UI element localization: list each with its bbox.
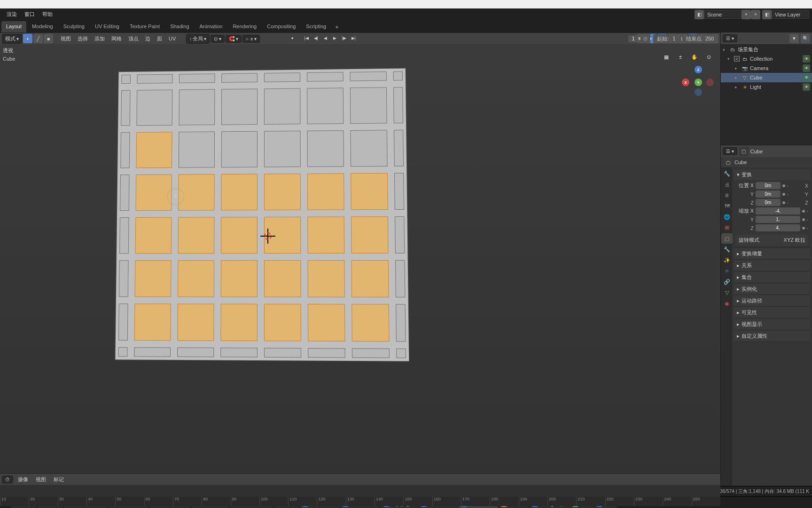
tl-menu-playback[interactable]: 摄像 bbox=[15, 475, 31, 484]
propedit-dropdown[interactable]: ○ ∧ ▾ bbox=[242, 35, 260, 43]
props-editor-type[interactable]: ☰ ▾ bbox=[723, 147, 737, 155]
jump-start-btn[interactable]: |◀ bbox=[302, 34, 311, 42]
axis-y-icon[interactable]: Y bbox=[695, 79, 702, 86]
menu-window[interactable]: 窗口 bbox=[21, 9, 39, 20]
tab-sculpting[interactable]: Sculpting bbox=[59, 21, 89, 32]
rotmode-dropdown[interactable]: 旋转模式XYZ 欧拉 bbox=[736, 235, 808, 246]
ptab-material[interactable]: ◉ bbox=[721, 298, 733, 309]
panel-relations[interactable]: ▸关系 bbox=[734, 260, 810, 271]
gizmo-zoom-icon[interactable]: ± bbox=[674, 51, 687, 63]
ptab-mesh[interactable]: ▽ bbox=[721, 287, 733, 298]
gizmo-persp-icon[interactable]: ⊙ bbox=[703, 51, 715, 63]
axis-x-icon[interactable]: X bbox=[682, 79, 689, 86]
outliner-search-icon[interactable]: 🔍 bbox=[801, 34, 810, 43]
panel-transform[interactable]: ▾变换 bbox=[734, 169, 810, 180]
ptab-output[interactable]: 🖨 bbox=[721, 179, 733, 190]
viewlayer-name-input[interactable] bbox=[772, 10, 809, 19]
tab-add[interactable]: + bbox=[332, 21, 342, 32]
tab-animation[interactable]: Animation bbox=[195, 21, 227, 32]
pivot-dropdown[interactable]: ⊙ ▾ bbox=[211, 35, 225, 43]
tab-texpaint[interactable]: Texture Paint bbox=[125, 21, 164, 32]
timeline[interactable]: 1020304050607080901001101201301401501601… bbox=[0, 485, 720, 506]
panel-instancing[interactable]: ▸实例化 bbox=[734, 284, 810, 294]
menu-add[interactable]: 添加 bbox=[92, 34, 108, 44]
menu-edge[interactable]: 边 bbox=[142, 34, 153, 44]
axis-z-icon[interactable]: Z bbox=[695, 66, 702, 73]
snap-dropdown[interactable]: 🧲 ▾ bbox=[226, 35, 242, 43]
gizmo-move-icon[interactable]: ✋ bbox=[688, 51, 701, 63]
ptab-object[interactable]: ▢ bbox=[721, 233, 733, 244]
ptab-viewlayer[interactable]: 🗎 bbox=[721, 190, 733, 200]
sel-edge-btn[interactable]: ╱ bbox=[33, 34, 43, 43]
tab-rendering[interactable]: Rendering bbox=[228, 21, 261, 32]
menu-mesh[interactable]: 网格 bbox=[109, 34, 125, 44]
ptab-modifier[interactable]: 🔧 bbox=[721, 244, 733, 254]
ptab-constraint[interactable]: 🔗 bbox=[721, 277, 733, 287]
menu-vertex[interactable]: 顶点 bbox=[125, 34, 141, 44]
tree-collection[interactable]: ▾✓🗀Collection👁 bbox=[721, 54, 812, 64]
tab-uv[interactable]: UV Editing bbox=[90, 21, 124, 32]
tl-menu-marker[interactable]: 标记 bbox=[51, 475, 67, 484]
clock-icon[interactable]: ⏲ bbox=[641, 34, 650, 43]
menu-uv[interactable]: UV bbox=[166, 34, 179, 43]
tree-scene-collection[interactable]: ▾🗀场景集合 bbox=[721, 45, 812, 54]
viewlayer-browse-icon[interactable]: ◧ bbox=[762, 10, 772, 19]
jump-end-btn[interactable]: ▶| bbox=[349, 34, 358, 42]
ptab-world[interactable]: 🌐 bbox=[721, 212, 733, 222]
scale-x-field[interactable]: -4. bbox=[756, 207, 800, 214]
ptab-render[interactable]: 🔧 bbox=[721, 168, 733, 179]
loc-z-field[interactable]: 0m bbox=[756, 199, 781, 206]
loc-y-field[interactable]: 0m bbox=[756, 190, 781, 198]
tree-light[interactable]: ▸☀Light👁 bbox=[721, 82, 812, 92]
end-frame-field[interactable]: 结束点 250 bbox=[682, 34, 718, 43]
menu-help[interactable]: 帮助 bbox=[39, 9, 56, 20]
tab-scripting[interactable]: Scripting bbox=[301, 21, 331, 32]
panel-motion[interactable]: ▸运动路径 bbox=[734, 295, 810, 306]
menu-render[interactable]: 渲染 bbox=[3, 9, 21, 20]
play-rev-btn[interactable]: ◀ bbox=[321, 34, 329, 42]
scene-del-btn[interactable]: × bbox=[751, 10, 760, 19]
props-pin-icon[interactable]: ▢ bbox=[739, 147, 749, 156]
ptab-collection[interactable]: 🗷 bbox=[721, 222, 733, 233]
current-frame-field[interactable]: 1 bbox=[628, 35, 639, 42]
scale-y-field[interactable]: 1. bbox=[756, 216, 800, 223]
prev-key-btn[interactable]: ◀| bbox=[312, 34, 320, 42]
props-obj-icon[interactable]: ▢ bbox=[723, 158, 733, 167]
ptab-physics[interactable]: ⚛ bbox=[721, 266, 733, 276]
tab-modeling[interactable]: Modeling bbox=[27, 21, 58, 32]
autokey-btn[interactable]: ● bbox=[288, 34, 297, 42]
orientation-dropdown[interactable]: ↕ 全局 ▾ bbox=[186, 34, 210, 44]
tab-layout[interactable]: Layout bbox=[1, 21, 26, 32]
panel-viewportdisplay[interactable]: ▸视图显示 bbox=[734, 319, 810, 330]
panel-delta[interactable]: ▸变换增量 bbox=[734, 248, 810, 259]
gizmo-camera-icon[interactable]: ▦ bbox=[660, 51, 672, 63]
ptab-particle[interactable]: ✨ bbox=[721, 255, 733, 265]
start-frame-field[interactable]: 起始:1 bbox=[653, 34, 679, 43]
panel-visibility[interactable]: ▸可见性 bbox=[734, 307, 810, 318]
scene-new-btn[interactable]: + bbox=[742, 10, 751, 19]
mode-dropdown[interactable]: 模式 ▾ bbox=[2, 34, 22, 44]
loc-x-field[interactable]: 0m bbox=[756, 182, 781, 189]
menu-select[interactable]: 选择 bbox=[75, 34, 91, 44]
ptab-scene[interactable]: 🗺 bbox=[721, 201, 733, 211]
tab-shading[interactable]: Shading bbox=[165, 21, 194, 32]
3d-viewport[interactable]: 透视 Cube ▦ ± ✋ ⊙ X Y Z bbox=[0, 44, 720, 473]
scale-z-field[interactable]: 4. bbox=[756, 224, 800, 231]
axis-widget[interactable]: X Y Z bbox=[682, 66, 715, 99]
tl-menu-view[interactable]: 视图 bbox=[33, 475, 49, 484]
sel-vertex-btn[interactable]: ▪ bbox=[23, 34, 32, 43]
panel-custom[interactable]: ▸自定义属性 bbox=[734, 331, 810, 341]
menu-face[interactable]: 面 bbox=[154, 34, 165, 44]
tree-cube[interactable]: ▸▽Cube👁 bbox=[721, 73, 812, 82]
outliner-filter-icon[interactable]: ▼ bbox=[789, 34, 799, 43]
axis-neg-z-icon[interactable] bbox=[695, 88, 702, 96]
tab-compositing[interactable]: Compositing bbox=[262, 21, 300, 32]
play-btn[interactable]: ▶ bbox=[330, 34, 339, 42]
axis-neg-x-icon[interactable] bbox=[706, 79, 714, 86]
tree-camera[interactable]: ▸📷Camera👁 bbox=[721, 64, 812, 73]
outliner-type[interactable]: ☰ ▾ bbox=[723, 34, 737, 42]
scene-name-input[interactable] bbox=[704, 10, 742, 19]
panel-collections[interactable]: ▸集合 bbox=[734, 272, 810, 283]
tl-editor-type[interactable]: ⏱ bbox=[2, 476, 13, 484]
timeline-ruler[interactable]: 1020304050607080901001101201301401501601… bbox=[0, 497, 720, 506]
